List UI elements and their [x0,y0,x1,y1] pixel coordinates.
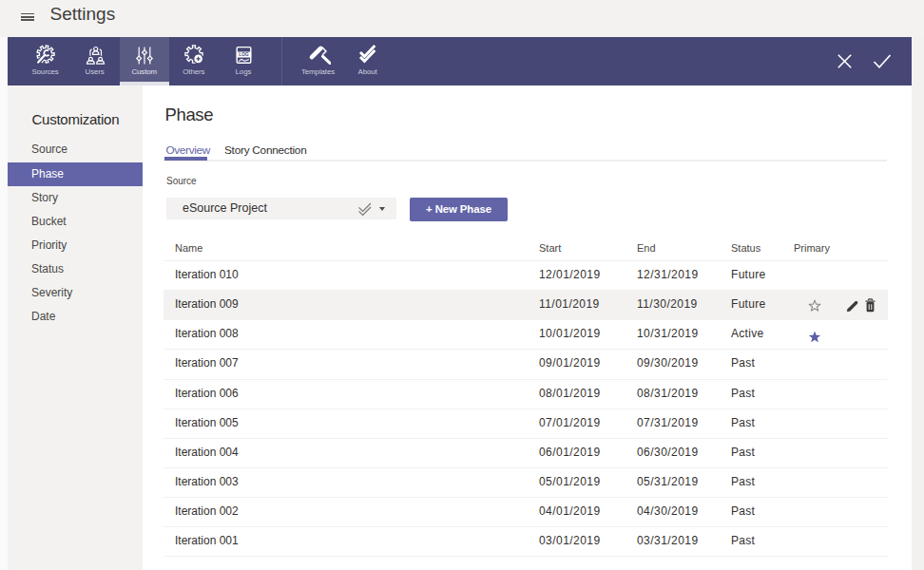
svg-text:LOG: LOG [239,52,249,57]
